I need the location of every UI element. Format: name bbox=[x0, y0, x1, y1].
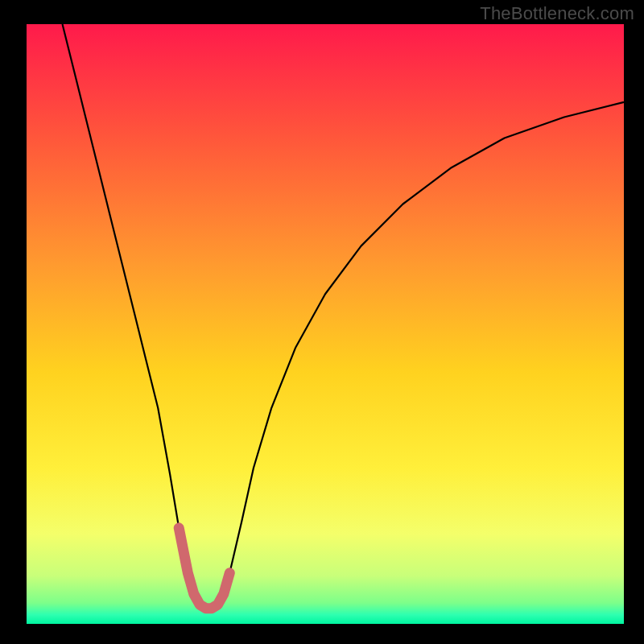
bottleneck-chart bbox=[0, 0, 644, 644]
plot-background bbox=[27, 24, 624, 624]
chart-stage: TheBottleneck.com bbox=[0, 0, 644, 644]
